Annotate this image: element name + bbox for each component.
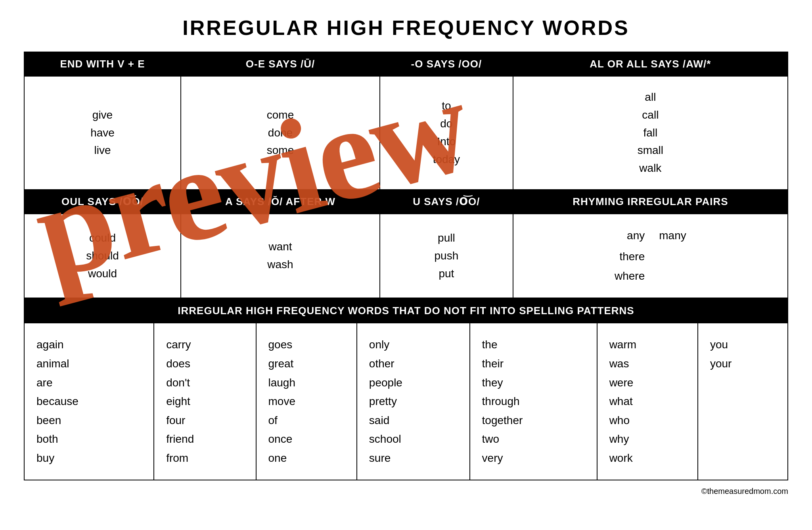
content-row-1: givehavelive comedonesome todoIntotoday … [24,76,788,190]
bottom-col-6: warmwaswerewhatwhowhywork [597,323,698,480]
page-title: IRREGULAR HIGH FREQUENCY WORDS [24,16,788,40]
bottom-section: IRREGULAR HIGH FREQUENCY WORDS THAT DO N… [24,298,788,480]
cell-to-do-into-today: todoIntotoday [380,76,513,190]
top-grid: END WITH V + E O-E SAYS /Ū/ -O SAYS /OO/… [24,52,788,298]
header-oul-says: OUL SAYS /O͝O/ [24,190,181,214]
header-rhyming: RHYMING IRREGULAR PAIRS [513,190,788,214]
cell-pull-push-put: pullpushput [380,214,513,298]
bottom-col-4: onlyotherpeopleprettysaidschoolsure [357,323,470,480]
bottom-col-3: goesgreatlaughmoveofonceone [256,323,357,480]
bottom-col-1: againanimalarebecausebeenbothbuy [24,323,154,480]
cell-rhyming-pairs: any many there where [513,214,788,298]
cell-could-should-would: couldshouldwould [24,214,181,298]
bottom-col-2: carrydoesdon'teightfourfriendfrom [154,323,256,480]
content-row-2: couldshouldwould wantwash pullpushput an… [24,214,788,298]
header-end-v-e: END WITH V + E [24,52,181,76]
cell-give-have-live: givehavelive [24,76,181,190]
bottom-header-row: IRREGULAR HIGH FREQUENCY WORDS THAT DO N… [24,299,788,323]
header-al-all: AL OR ALL SAYS /AW/* [513,52,788,76]
cell-want-wash: wantwash [181,214,380,298]
cell-all-call-fall: allcallfallsmallwalk [513,76,788,190]
page: IRREGULAR HIGH FREQUENCY WORDS END WITH … [0,0,812,530]
header-row-2: OUL SAYS /O͝O/ A SAYS /Ŏ/ AFTER W U SAYS… [24,190,788,214]
header-row-1: END WITH V + E O-E SAYS /Ū/ -O SAYS /OO/… [24,52,788,76]
header-u-says: U SAYS /O͝O/ [380,190,513,214]
header-a-says: A SAYS /Ŏ/ AFTER W [181,190,380,214]
copyright: ©themeasuredmom.com [24,487,788,496]
bottom-header: IRREGULAR HIGH FREQUENCY WORDS THAT DO N… [24,299,788,323]
bottom-col-5: thetheirtheythroughtogethertwovery [470,323,597,480]
header-oe-says: O-E SAYS /Ū/ [181,52,380,76]
header-o-says-oo: -O SAYS /OO/ [380,52,513,76]
bottom-content-row: againanimalarebecausebeenbothbuy carrydo… [24,323,788,480]
cell-come-done-some: comedonesome [181,76,380,190]
bottom-col-7: youyour [698,323,788,480]
